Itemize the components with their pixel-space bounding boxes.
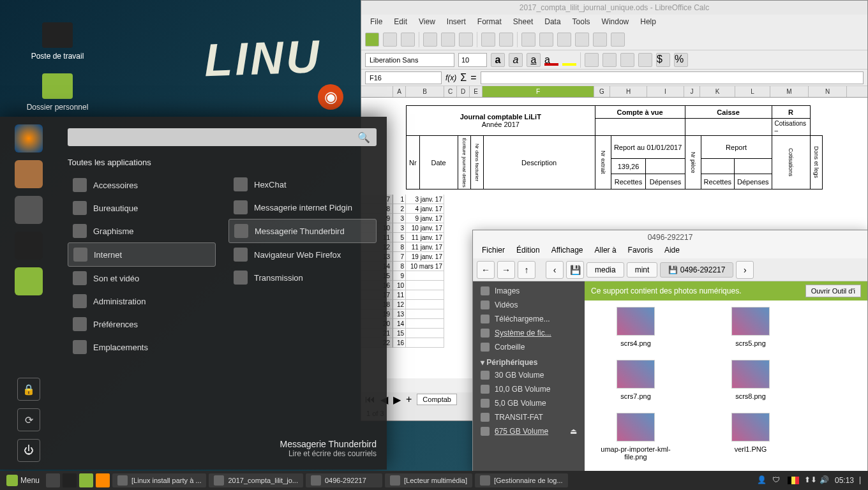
app-item[interactable]: Navigateur Web Firefox bbox=[228, 243, 377, 266]
sidebar-item-images[interactable]: Images bbox=[473, 284, 585, 298]
table-row[interactable]: 9 bbox=[393, 271, 444, 281]
sheet-tab[interactable]: Comptab bbox=[417, 394, 457, 405]
file-item[interactable]: scrs5.png bbox=[706, 307, 795, 347]
filter-icon[interactable] bbox=[539, 33, 553, 47]
menu-aide[interactable]: Aide bbox=[659, 244, 685, 258]
table-row[interactable]: 811 janv. 17 bbox=[393, 242, 444, 252]
tab-nav-next-icon[interactable]: ▶ bbox=[393, 394, 401, 406]
open-icon[interactable] bbox=[383, 33, 397, 47]
back-button[interactable]: ← bbox=[477, 261, 495, 279]
cell[interactable] bbox=[406, 290, 444, 300]
table-row[interactable]: 11 bbox=[393, 290, 444, 300]
tab-add-icon[interactable]: + bbox=[406, 394, 412, 405]
user-icon[interactable]: 👤 bbox=[757, 475, 767, 486]
sidebar-item-volume[interactable]: 5,0 GB Volume bbox=[473, 396, 585, 410]
app-item[interactable]: Transmission bbox=[228, 266, 377, 289]
preview-icon[interactable] bbox=[611, 33, 625, 47]
category-item[interactable]: Graphisme bbox=[68, 219, 216, 242]
cell[interactable]: 5 bbox=[393, 233, 406, 242]
file-item[interactable]: scrs4.png bbox=[591, 307, 680, 347]
app-item[interactable]: HexChat bbox=[228, 173, 377, 196]
desktop-icon-computer[interactable]: Poste de travail bbox=[22, 22, 93, 61]
cell[interactable]: 3 bbox=[393, 223, 406, 233]
table-row[interactable]: 24 janv. 17 bbox=[393, 204, 444, 214]
currency-icon[interactable]: $ bbox=[656, 53, 670, 67]
cell[interactable]: 7 bbox=[393, 252, 406, 262]
breadcrumb[interactable]: mint bbox=[627, 262, 658, 278]
software-manager-icon[interactable] bbox=[15, 160, 43, 188]
taskbar-task[interactable]: 2017_compta_lilit_jo... bbox=[209, 473, 303, 487]
cell[interactable]: 12 bbox=[393, 300, 406, 309]
up-button[interactable]: ↑ bbox=[518, 261, 535, 279]
eject-icon[interactable]: ⏏ bbox=[570, 427, 577, 436]
col-header[interactable]: H bbox=[610, 86, 647, 97]
table-row[interactable]: 719 janv. 17 bbox=[393, 252, 444, 262]
category-item[interactable]: Administration bbox=[68, 290, 216, 313]
lock-icon[interactable]: 🔒 bbox=[17, 378, 40, 401]
new-icon[interactable] bbox=[365, 33, 379, 47]
menu-file[interactable]: File bbox=[365, 16, 387, 27]
menu-format[interactable]: Format bbox=[472, 16, 507, 27]
clock[interactable]: 05:13 bbox=[835, 476, 854, 485]
table-row[interactable]: 14 bbox=[393, 319, 444, 329]
taskbar-task[interactable]: [Linux install party à ... bbox=[112, 473, 206, 487]
cell[interactable]: 11 bbox=[393, 290, 406, 300]
terminal-launcher-icon[interactable] bbox=[63, 473, 77, 487]
copy-icon[interactable] bbox=[441, 33, 455, 47]
sidebar-item-volume[interactable]: 675 GB Volume ⏏ bbox=[473, 424, 585, 438]
highlight-color-icon[interactable] bbox=[562, 54, 576, 66]
cell[interactable]: 8 bbox=[393, 242, 406, 252]
firefox-launcher-icon[interactable] bbox=[96, 473, 110, 487]
font-color-icon[interactable]: a bbox=[544, 54, 558, 66]
table-row[interactable]: 810 mars 17 bbox=[393, 262, 444, 271]
cell-reference-input[interactable] bbox=[365, 71, 442, 84]
col-header[interactable]: F bbox=[483, 86, 594, 97]
sidebar-item-filesystem[interactable]: Système de fic... bbox=[473, 326, 585, 340]
logout-icon[interactable]: ⟳ bbox=[17, 408, 40, 431]
search-input[interactable]: 🔍 bbox=[68, 128, 377, 146]
print-icon[interactable] bbox=[593, 33, 607, 47]
menu-affichage[interactable]: Affichage bbox=[546, 244, 588, 258]
table-row[interactable]: 12 bbox=[393, 300, 444, 309]
sidebar-item-volume[interactable]: 10,0 GB Volume bbox=[473, 382, 585, 396]
equals-icon[interactable]: = bbox=[470, 72, 476, 84]
cell[interactable]: 1 bbox=[393, 195, 406, 204]
col-header[interactable]: N bbox=[809, 86, 847, 97]
col-header[interactable]: M bbox=[770, 86, 809, 97]
table-row[interactable]: 15 bbox=[393, 329, 444, 338]
cut-icon[interactable] bbox=[423, 33, 437, 47]
cell[interactable] bbox=[406, 319, 444, 329]
cell[interactable] bbox=[406, 271, 444, 281]
cell[interactable]: 15 bbox=[393, 329, 406, 338]
menu-window[interactable]: Window bbox=[597, 16, 634, 27]
app-item[interactable]: Messagerie Thunderbird bbox=[228, 219, 377, 243]
cell[interactable]: 10 bbox=[393, 281, 406, 290]
menu-fichier[interactable]: Fichier bbox=[477, 244, 510, 258]
disk-icon[interactable]: 💾 bbox=[566, 261, 584, 279]
col-header[interactable]: B bbox=[406, 86, 444, 97]
cell[interactable] bbox=[406, 329, 444, 338]
file-item[interactable]: verl1.PNG bbox=[706, 413, 795, 461]
taskbar-task[interactable]: [Lecteur multimédia] bbox=[385, 473, 472, 487]
category-item[interactable]: Emplacements bbox=[68, 336, 216, 359]
cell[interactable]: 16 bbox=[393, 338, 406, 348]
cell[interactable]: 3 bbox=[393, 214, 406, 223]
align-center-icon[interactable] bbox=[602, 53, 617, 67]
table-row[interactable]: 10 bbox=[393, 281, 444, 290]
bold-icon[interactable]: a bbox=[491, 53, 505, 67]
align-left-icon[interactable] bbox=[585, 53, 599, 67]
crumb-next-icon[interactable]: › bbox=[736, 261, 754, 279]
italic-icon[interactable]: a bbox=[509, 53, 523, 67]
font-name-input[interactable] bbox=[365, 53, 454, 67]
desktop-icon-home[interactable]: Dossier personnel bbox=[22, 73, 93, 112]
select-all-corner[interactable] bbox=[361, 86, 393, 97]
menu-edition[interactable]: Édition bbox=[511, 244, 545, 258]
app-item[interactable]: Messagerie internet Pidgin bbox=[228, 196, 377, 219]
volume-icon[interactable]: 🔊 bbox=[819, 475, 830, 486]
sidebar-item-trash[interactable]: Corbeille bbox=[473, 340, 585, 354]
taskbar-task[interactable]: [Gestionnaire de log... bbox=[475, 473, 568, 487]
cell[interactable]: 9 bbox=[393, 271, 406, 281]
sidebar-item-downloads[interactable]: Téléchargeme... bbox=[473, 312, 585, 326]
table-row[interactable]: 511 janv. 17 bbox=[393, 233, 444, 242]
table-row[interactable]: 13 janv. 17 bbox=[393, 195, 444, 204]
